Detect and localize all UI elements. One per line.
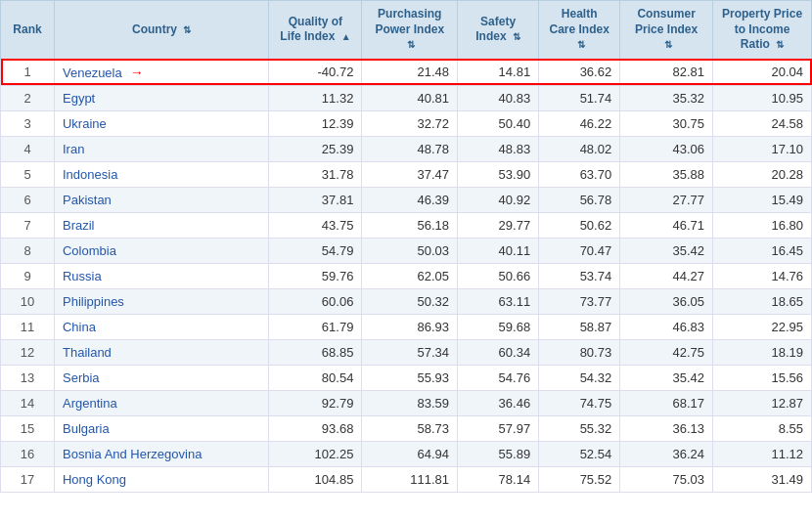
health_care-cell: 54.32 — [539, 365, 620, 390]
safety-cell: 59.68 — [458, 314, 539, 339]
country-cell[interactable]: Argentina — [54, 390, 268, 415]
quality_of_life-cell: 43.75 — [269, 212, 362, 238]
quality-sort-icon: ▲ — [341, 30, 351, 43]
table-row: 10Philippines60.0650.3263.1173.7736.0518… — [1, 288, 812, 314]
table-row: 12Thailand68.8557.3460.3480.7342.7518.19 — [1, 339, 812, 365]
health-care-header[interactable]: Health Care Index ⇅ — [539, 1, 620, 60]
quality-of-life-header[interactable]: Quality of Life Index ▲ — [269, 1, 362, 60]
consumer_price-cell: 46.71 — [620, 212, 713, 238]
country-header[interactable]: Country ⇅ — [54, 1, 268, 60]
consumer_price-cell: 27.77 — [620, 187, 713, 212]
safety-cell: 60.34 — [458, 339, 539, 365]
quality_of_life-cell: 61.79 — [269, 314, 362, 339]
safety-cell: 50.40 — [458, 110, 539, 136]
consumer_price-cell: 46.83 — [620, 314, 713, 339]
rank-cell: 10 — [1, 288, 55, 314]
property-price-header[interactable]: Property Price to Income Ratio ⇅ — [713, 1, 812, 60]
health_care-cell: 58.87 — [539, 314, 620, 339]
consumer_price-cell: 68.17 — [620, 390, 713, 415]
table-row: 15Bulgaria93.6858.7357.9755.3236.138.55 — [1, 415, 812, 441]
property_price-cell: 18.19 — [713, 339, 812, 365]
purchasing_power-cell: 46.39 — [362, 187, 458, 212]
health-sort-icon: ⇅ — [577, 38, 585, 51]
purchasing_power-cell: 56.18 — [362, 212, 458, 238]
quality_of_life-cell: 60.06 — [269, 288, 362, 314]
country-sort-icon: ⇅ — [183, 23, 191, 36]
health_care-cell: 46.22 — [539, 110, 620, 136]
rank-cell: 3 — [1, 110, 55, 136]
purchasing_power-cell: 37.47 — [362, 161, 458, 187]
country-cell[interactable]: Bosnia And Herzegovina — [54, 441, 268, 466]
safety-cell: 14.81 — [458, 59, 539, 85]
rank-cell: 17 — [1, 466, 55, 492]
consumer_price-cell: 43.06 — [620, 136, 713, 161]
country-cell[interactable]: Venezuela→ — [54, 59, 268, 85]
purchasing_power-cell: 86.93 — [362, 314, 458, 339]
health_care-cell: 80.73 — [539, 339, 620, 365]
property_price-cell: 15.56 — [713, 365, 812, 390]
safety-header[interactable]: Safety Index ⇅ — [458, 1, 539, 60]
table-row: 13Serbia80.5455.9354.7654.3235.4215.56 — [1, 365, 812, 390]
safety-cell: 53.90 — [458, 161, 539, 187]
safety-cell: 63.11 — [458, 288, 539, 314]
quality_of_life-cell: 25.39 — [269, 136, 362, 161]
rank-cell: 9 — [1, 263, 55, 288]
property_price-cell: 16.80 — [713, 212, 812, 238]
country-cell[interactable]: Brazil — [54, 212, 268, 238]
quality_of_life-cell: 31.78 — [269, 161, 362, 187]
consumer_price-cell: 75.03 — [620, 466, 713, 492]
consumer_price-cell: 35.88 — [620, 161, 713, 187]
quality_of_life-cell: 37.81 — [269, 187, 362, 212]
health_care-cell: 36.62 — [539, 59, 620, 85]
country-cell[interactable]: Russia — [54, 263, 268, 288]
safety-cell: 29.77 — [458, 212, 539, 238]
country-cell[interactable]: Ukraine — [54, 110, 268, 136]
table-row: 3Ukraine12.3932.7250.4046.2230.7524.58 — [1, 110, 812, 136]
safety-cell: 50.66 — [458, 263, 539, 288]
quality_of_life-cell: 11.32 — [269, 85, 362, 110]
purchasing_power-cell: 50.03 — [362, 238, 458, 263]
country-cell[interactable]: Serbia — [54, 365, 268, 390]
property_price-cell: 31.49 — [713, 466, 812, 492]
consumer_price-cell: 42.75 — [620, 339, 713, 365]
quality_of_life-cell: 102.25 — [269, 441, 362, 466]
health_care-cell: 52.54 — [539, 441, 620, 466]
country-cell[interactable]: Iran — [54, 136, 268, 161]
quality_of_life-cell: 93.68 — [269, 415, 362, 441]
country-cell[interactable]: Bulgaria — [54, 415, 268, 441]
rank-header: Rank — [1, 1, 55, 60]
country-cell[interactable]: China — [54, 314, 268, 339]
rank-cell: 6 — [1, 187, 55, 212]
property_price-cell: 12.87 — [713, 390, 812, 415]
health_care-cell: 73.77 — [539, 288, 620, 314]
consumer_price-cell: 36.24 — [620, 441, 713, 466]
property-sort-icon: ⇅ — [776, 38, 784, 51]
property_price-cell: 14.76 — [713, 263, 812, 288]
table-row: 2Egypt11.3240.8140.8351.7435.3210.95 — [1, 85, 812, 110]
country-cell[interactable]: Egypt — [54, 85, 268, 110]
health_care-cell: 53.74 — [539, 263, 620, 288]
consumer-price-header[interactable]: Consumer Price Index ⇅ — [620, 1, 713, 60]
consumer_price-cell: 36.13 — [620, 415, 713, 441]
safety-cell: 36.46 — [458, 390, 539, 415]
table-row: 9Russia59.7662.0550.6653.7444.2714.76 — [1, 263, 812, 288]
country-cell[interactable]: Hong Kong — [54, 466, 268, 492]
quality_of_life-cell: 59.76 — [269, 263, 362, 288]
rank-cell: 2 — [1, 85, 55, 110]
country-cell[interactable]: Indonesia — [54, 161, 268, 187]
consumer_price-cell: 35.42 — [620, 365, 713, 390]
quality_of_life-cell: 104.85 — [269, 466, 362, 492]
purchasing-power-header[interactable]: Purchasing Power Index ⇅ — [362, 1, 458, 60]
health_care-cell: 56.78 — [539, 187, 620, 212]
table-row: 7Brazil43.7556.1829.7750.6246.7116.80 — [1, 212, 812, 238]
country-cell[interactable]: Colombia — [54, 238, 268, 263]
health_care-cell: 75.52 — [539, 466, 620, 492]
country-cell[interactable]: Pakistan — [54, 187, 268, 212]
country-cell[interactable]: Thailand — [54, 339, 268, 365]
table-row: 5Indonesia31.7837.4753.9063.7035.8820.28 — [1, 161, 812, 187]
health_care-cell: 55.32 — [539, 415, 620, 441]
table-header-row: Rank Country ⇅ Quality of Life Index ▲ P… — [1, 1, 812, 60]
purchasing_power-cell: 50.32 — [362, 288, 458, 314]
property_price-cell: 17.10 — [713, 136, 812, 161]
country-cell[interactable]: Philippines — [54, 288, 268, 314]
